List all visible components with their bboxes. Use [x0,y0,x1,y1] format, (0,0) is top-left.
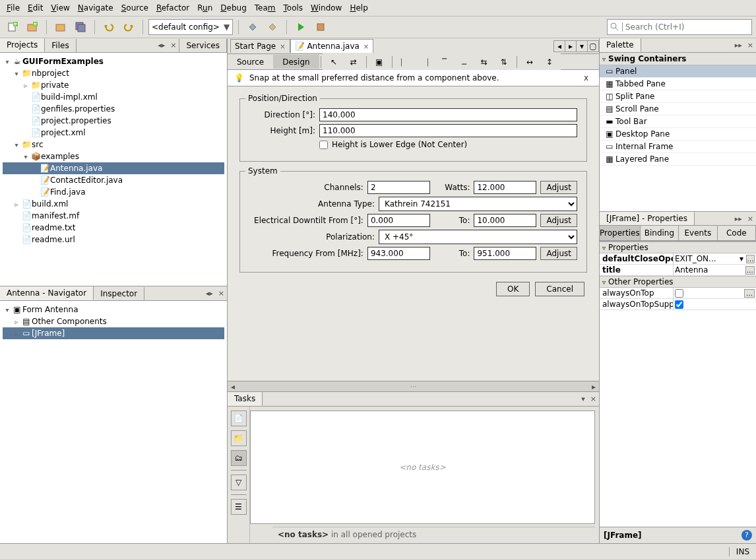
tab-source[interactable]: Source [228,55,273,69]
prop-title-value[interactable] [675,265,745,275]
tree-readme-txt[interactable]: 📄readme.txt [3,222,224,234]
palette-item-desktop[interactable]: ▣Desktop Pane [600,128,756,141]
tasks-folder-icon[interactable]: 📁 [231,430,247,446]
tab-inspector[interactable]: Inspector [94,287,144,300]
freq-to-input[interactable] [474,247,536,260]
resize-v-icon[interactable]: ↕ [541,53,558,71]
tab-palette[interactable]: Palette [600,38,641,52]
clean-build-icon[interactable] [264,18,281,36]
prop-row-alwaysontopsup[interactable]: alwaysOnTopSupported [600,299,756,310]
palette-list[interactable]: ▿Swing Containers ▭Panel ▦Tabbed Pane ◫S… [600,53,756,211]
tasks-list[interactable]: <no tasks> [250,411,595,524]
new-project-icon[interactable] [24,18,41,36]
menu-refactor[interactable]: Refactor [152,1,193,15]
align-top-icon[interactable]: ⎺ [436,53,453,71]
nav-close-icon[interactable]: × [216,289,227,298]
watts-input[interactable] [474,181,536,194]
direction-input[interactable] [319,108,577,121]
prop-tab-events[interactable]: Events [678,225,717,241]
menu-help[interactable]: Help [346,1,371,15]
prop-section-properties[interactable]: ▿Properties [600,242,756,253]
tab-projects[interactable]: Projects [0,38,45,52]
tab-navigator[interactable]: Antenna - Navigator [0,286,94,300]
panel-prev-icon[interactable]: ◂▸ [155,41,168,49]
save-all-icon[interactable] [72,18,89,36]
redo-icon[interactable] [120,18,137,36]
tasks-filter-icon[interactable]: ▽ [231,475,247,490]
align-right-icon[interactable]: ⎹ [416,53,433,71]
new-file-icon[interactable] [4,18,21,36]
menu-edit[interactable]: Edit [24,1,47,15]
adjust-edt-button[interactable]: Adjust [540,214,577,227]
close-icon[interactable]: × [363,43,369,50]
adjust-watts-button[interactable]: Adjust [540,181,577,194]
tasks-min-icon[interactable]: ▾ [579,395,588,403]
properties-table[interactable]: ▿Properties defaultCloseOperation ▾… tit… [600,242,756,527]
build-icon[interactable] [244,18,261,36]
close-icon[interactable]: × [280,43,285,50]
palette-min-icon[interactable]: ▸▸ [732,41,745,49]
menu-run[interactable]: Run [193,1,216,15]
prop-edit-icon[interactable]: … [745,266,755,275]
search-input[interactable] [625,22,749,32]
tab-services[interactable]: Services [179,39,227,52]
nav-jframe[interactable]: ▹▭[JFrame] [3,327,224,339]
tab-tasks[interactable]: Tasks [228,392,263,406]
menu-view[interactable]: View [47,1,73,15]
panel-close-icon[interactable]: × [168,41,179,49]
palette-category[interactable]: ▿Swing Containers [600,53,756,65]
editor-prev-icon[interactable]: ◂ [553,40,565,52]
tree-build-xml[interactable]: ▹📄build.xml [3,198,224,210]
scroll-left-icon[interactable]: ◂ [228,382,238,391]
palette-item-tabbed[interactable]: ▦Tabbed Pane [600,78,756,90]
edt-to-input[interactable] [474,214,536,227]
tree-genfiles[interactable]: 📄genfiles.properties [3,103,224,115]
palette-item-toolbar[interactable]: ▬Tool Bar [600,115,756,128]
align-left-icon[interactable]: ⎸ [396,53,414,71]
tree-private[interactable]: ▹📁private [3,79,224,91]
tasks-projects-icon[interactable]: 🗂 [231,450,247,466]
chevron-down-icon[interactable]: ▾ [737,254,746,263]
edt-from-input[interactable] [367,214,430,227]
menu-window[interactable]: Window [307,1,346,15]
project-tree[interactable]: ▾☕GUIFormExamples ▾📁nbproject ▹📁private … [0,53,227,286]
prop-alwaysontopsup-checkbox[interactable] [675,300,683,309]
tab-antenna-java[interactable]: 📝 Antenna.java× [290,39,374,53]
tasks-file-icon[interactable]: 📄 [231,411,247,426]
editor-next-icon[interactable]: ▸ [565,40,577,52]
align-center-h-icon[interactable]: ⇆ [476,53,493,71]
nav-other[interactable]: ▹▤Other Components [3,315,224,327]
palette-item-layered[interactable]: ▦Layered Pane [600,153,756,166]
navigator-tree[interactable]: ▾▣Form Antenna ▹▤Other Components ▹▭[JFr… [0,301,227,543]
tree-find[interactable]: 📝Find.java [3,186,224,198]
menu-file[interactable]: File [3,1,24,15]
tree-manifest[interactable]: 📄manifest.mf [3,210,224,222]
prop-alwaysontop-checkbox[interactable] [675,289,683,298]
run-icon[interactable] [292,18,309,36]
palette-item-scroll[interactable]: ▤Scroll Pane [600,103,756,115]
designer-hscroll[interactable]: ◂ ··· ▸ [228,381,599,391]
palette-item-iframe[interactable]: ▭Internal Frame [600,141,756,153]
prop-edit-icon[interactable]: … [746,255,755,263]
palette-item-panel[interactable]: ▭Panel [600,65,756,78]
run-config-combo[interactable]: <default config> ▼ [148,19,233,35]
tree-src[interactable]: ▾📁src [3,139,224,150]
palette-close-icon[interactable]: × [745,41,756,49]
menu-team[interactable]: Team [251,1,280,15]
editor-maximize-icon[interactable]: ▢ [587,40,599,52]
props-close-icon[interactable]: × [745,214,756,223]
height-input[interactable] [319,124,577,137]
menu-source[interactable]: Source [117,1,152,15]
tasks-close-icon[interactable]: × [588,395,599,403]
height-lower-checkbox[interactable] [319,141,328,149]
tab-design[interactable]: Design [273,55,319,69]
quick-search[interactable] [607,19,752,35]
tasks-group-icon[interactable]: ☰ [231,499,247,515]
freq-from-input[interactable] [367,247,430,260]
menu-debug[interactable]: Debug [216,1,250,15]
align-bottom-icon[interactable]: ⎽ [456,53,473,71]
tree-antenna[interactable]: 📝Antenna.java [3,162,224,174]
tree-project-props[interactable]: 📄project.properties [3,115,224,127]
prop-tab-properties[interactable]: Properties [599,225,641,241]
ok-button[interactable]: OK [496,282,530,296]
